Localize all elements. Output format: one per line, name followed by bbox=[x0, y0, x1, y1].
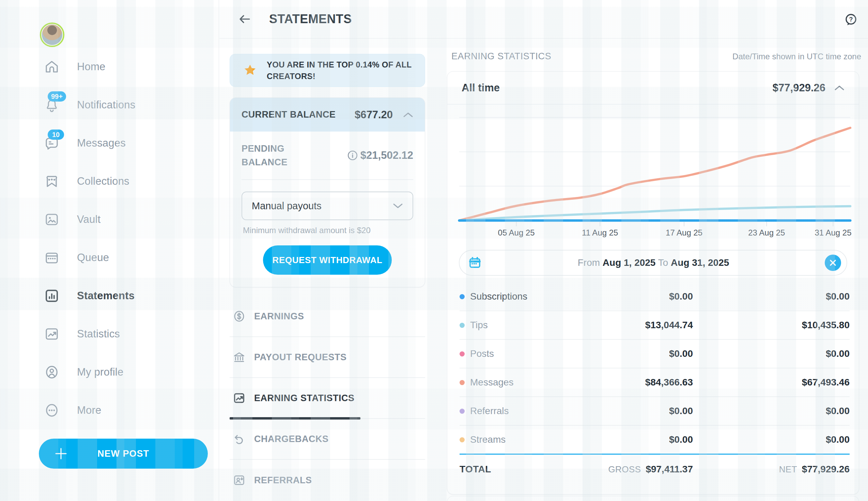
collections-icon bbox=[44, 173, 60, 190]
sidebar-item-label: Statistics bbox=[77, 328, 120, 340]
sidebar-item-home[interactable]: Home bbox=[0, 56, 219, 77]
statements-page: Home 99+ Notifications 10 Messages bbox=[0, 0, 868, 501]
posts-dot bbox=[459, 351, 465, 356]
timezone-note: Date/Time shown in UTC time zone bbox=[733, 52, 861, 61]
earnings-table: Subscriptions $0.00 $0.00 Tips $13,044.7… bbox=[459, 283, 850, 484]
earning-statistics-panel: EARNING STATISTICS Date/Time shown in UT… bbox=[447, 51, 859, 494]
messages-dot bbox=[459, 380, 465, 385]
info-icon[interactable] bbox=[347, 150, 358, 161]
referrals-dot bbox=[459, 409, 465, 414]
menu-item-label: CHARGEBACKS bbox=[254, 434, 329, 445]
table-row-streams[interactable]: Streams $0.00 $0.00 bbox=[459, 426, 850, 454]
more-icon bbox=[44, 402, 60, 418]
from-label: From bbox=[578, 257, 600, 268]
chevron-up-icon bbox=[834, 85, 845, 91]
chevron-up-icon bbox=[403, 112, 413, 118]
tips-dot bbox=[459, 323, 465, 328]
chart-icon bbox=[232, 391, 246, 405]
current-balance-card: CURRENT BALANCE $677.20 PENDING BALANCE … bbox=[230, 97, 425, 287]
all-time-value: $77,929.26 bbox=[773, 82, 825, 94]
menu-item-earnings[interactable]: EARNINGS bbox=[230, 296, 425, 337]
statistics-icon bbox=[44, 326, 60, 342]
to-date: Aug 31, 2025 bbox=[671, 257, 729, 268]
svg-text:?: ? bbox=[849, 16, 853, 23]
sidebar-item-messages[interactable]: 10 Messages bbox=[0, 132, 219, 154]
profile-icon bbox=[44, 364, 60, 380]
net-label: NET bbox=[779, 464, 797, 475]
streams-dot bbox=[459, 437, 465, 443]
svg-text:31 Aug 25: 31 Aug 25 bbox=[814, 228, 851, 237]
date-range-picker[interactable]: From Aug 1, 2025 To Aug 31, 2025 bbox=[459, 250, 847, 276]
statements-left-column: YOU ARE IN THE TOP 0.14% OF ALL CREATORS… bbox=[230, 54, 425, 501]
sidebar-item-vault[interactable]: Vault bbox=[0, 209, 219, 230]
back-arrow-icon[interactable] bbox=[237, 12, 252, 26]
menu-item-payout-requests[interactable]: PAYOUT REQUESTS bbox=[230, 337, 425, 378]
new-post-button[interactable]: NEW POST bbox=[39, 439, 208, 469]
table-row-messages[interactable]: Messages $84,366.63 $67,493.46 bbox=[459, 369, 850, 397]
gross-label: GROSS bbox=[608, 464, 641, 475]
next-period-card[interactable] bbox=[447, 496, 859, 501]
sidebar-item-label: Queue bbox=[77, 252, 109, 264]
table-row-subscriptions[interactable]: Subscriptions $0.00 $0.00 bbox=[459, 283, 850, 311]
chat-icon: 10 bbox=[44, 135, 60, 151]
all-time-toggle[interactable]: All time $77,929.26 bbox=[447, 72, 859, 105]
sidebar-item-label: Notifications bbox=[77, 99, 135, 111]
sidebar-item-label: Messages bbox=[77, 137, 126, 149]
statements-icon bbox=[44, 288, 60, 304]
clear-date-button[interactable] bbox=[825, 255, 841, 271]
sidebar-item-more[interactable]: More bbox=[0, 400, 219, 421]
sidebar-item-statements[interactable]: Statements bbox=[0, 285, 219, 306]
sidebar-item-queue[interactable]: Queue bbox=[0, 247, 219, 268]
sidebar-item-label: Collections bbox=[77, 175, 129, 188]
current-balance-label: CURRENT BALANCE bbox=[241, 109, 336, 120]
top-creator-banner: YOU ARE IN THE TOP 0.14% OF ALL CREATORS… bbox=[230, 54, 425, 87]
current-balance-body: PENDING BALANCE $21,502.12 Manual payout… bbox=[230, 131, 425, 287]
bell-icon: 99+ bbox=[44, 97, 60, 113]
table-row-posts[interactable]: Posts $0.00 $0.00 bbox=[459, 340, 850, 369]
calendar-icon bbox=[44, 249, 60, 266]
chevron-down-icon bbox=[393, 203, 403, 209]
payout-mode-select[interactable]: Manual payouts bbox=[241, 192, 413, 220]
sidebar-item-my-profile[interactable]: My profile bbox=[0, 362, 219, 383]
calendar-icon bbox=[468, 256, 482, 270]
min-withdrawal-note: Minimum withdrawal amount is $20 bbox=[241, 226, 413, 235]
current-balance-value: $677.20 bbox=[355, 109, 393, 121]
table-row-tips[interactable]: Tips $13,044.74 $10,435.80 bbox=[459, 311, 850, 340]
avatar[interactable] bbox=[40, 22, 64, 47]
banner-text: YOU ARE IN THE TOP 0.14% OF ALL CREATORS… bbox=[267, 59, 425, 82]
payout-mode-value: Manual payouts bbox=[252, 200, 322, 212]
statements-menu: EARNINGS PAYOUT REQUESTS EARNING STATIST… bbox=[230, 296, 425, 501]
home-icon bbox=[44, 58, 60, 75]
star-icon bbox=[243, 63, 257, 78]
menu-item-earning-statistics[interactable]: EARNING STATISTICS bbox=[230, 378, 425, 419]
pending-balance-value: $21,502.12 bbox=[360, 149, 413, 161]
menu-item-referrals[interactable]: REFERRALS bbox=[230, 460, 425, 501]
svg-text:23 Aug 25: 23 Aug 25 bbox=[748, 228, 785, 237]
stats-header: EARNING STATISTICS Date/Time shown in UT… bbox=[447, 51, 859, 62]
subscriptions-dot bbox=[459, 294, 465, 299]
sidebar-item-notifications[interactable]: 99+ Notifications bbox=[0, 94, 219, 116]
messages-badge: 10 bbox=[48, 129, 64, 140]
menu-item-chargebacks[interactable]: CHARGEBACKS bbox=[230, 419, 425, 460]
plus-icon bbox=[54, 447, 68, 461]
svg-text:17 Aug 25: 17 Aug 25 bbox=[666, 228, 703, 237]
all-time-card: All time $77,929.26 05 Aug 2511 Aug 2517… bbox=[447, 71, 859, 494]
sidebar-nav: Home 99+ Notifications 10 Messages bbox=[0, 56, 219, 438]
current-balance-header[interactable]: CURRENT BALANCE $677.20 bbox=[230, 98, 425, 131]
new-post-label: NEW POST bbox=[97, 448, 149, 459]
total-label: TOTAL bbox=[459, 464, 491, 475]
menu-item-label: EARNING STATISTICS bbox=[254, 393, 355, 404]
stats-section-title: EARNING STATISTICS bbox=[452, 51, 551, 62]
sidebar-item-collections[interactable]: Collections bbox=[0, 171, 219, 192]
table-row-referrals[interactable]: Referrals $0.00 $0.00 bbox=[459, 397, 850, 426]
sidebar-item-label: Statements bbox=[77, 290, 134, 302]
sidebar-item-label: My profile bbox=[77, 366, 123, 378]
request-withdrawal-button[interactable]: REQUEST WITHDRAWAL bbox=[263, 245, 392, 275]
sidebar-item-statistics[interactable]: Statistics bbox=[0, 323, 219, 344]
bank-icon bbox=[232, 350, 246, 364]
page-title: STATEMENTS bbox=[269, 12, 352, 26]
help-icon[interactable]: ? bbox=[844, 12, 858, 27]
to-label: To bbox=[658, 257, 669, 268]
date-range-text: From Aug 1, 2025 To Aug 31, 2025 bbox=[482, 257, 825, 268]
gross-total: $97,411.37 bbox=[645, 464, 693, 475]
